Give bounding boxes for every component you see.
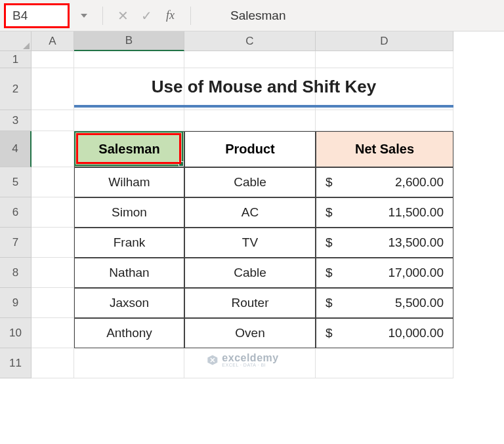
spreadsheet-grid: ABCD 1234567891011 Use of Mouse and Shif… [0,31,504,51]
column-header-B[interactable]: B [74,31,184,51]
enter-button[interactable]: ✓ [135,8,158,24]
column-header-C[interactable]: C [184,31,316,51]
column-header-A[interactable]: A [32,31,74,51]
name-box-dropdown[interactable] [74,3,94,28]
currency-symbol: $ [326,296,333,310]
cell[interactable] [32,68,74,110]
amount: 13,500.00 [388,235,444,250]
fx-label[interactable]: fx [166,9,175,22]
cell[interactable] [32,197,74,228]
row-header-1[interactable]: 1 [0,51,32,68]
row-header-7[interactable]: 7 [0,228,32,258]
currency-symbol: $ [326,326,333,340]
cell[interactable] [316,348,453,378]
cell-product[interactable]: Cable [184,167,316,197]
header-salesman[interactable]: Salesman [74,131,184,167]
cell-product[interactable]: AC [184,197,316,228]
cell-net-sales[interactable]: $11,500.00 [316,197,453,228]
cell-salesman[interactable]: Wilham [74,167,184,197]
row-header-10[interactable]: 10 [0,318,32,348]
watermark-text: exceldemy [222,352,278,363]
cell-salesman[interactable]: Nathan [74,258,184,288]
amount: 2,600.00 [395,175,444,190]
cell[interactable] [32,318,74,348]
cell[interactable] [74,110,184,131]
cell[interactable] [184,110,316,131]
formula-input-value: Salesman [230,9,286,22]
currency-symbol: $ [326,205,333,220]
name-box[interactable]: B4 [4,3,70,28]
cell[interactable] [32,131,74,167]
header-net-sales[interactable]: Net Sales [316,131,453,167]
chevron-down-icon [81,14,87,18]
cell[interactable] [32,228,74,258]
cells-area[interactable]: Use of Mouse and Shift KeySalesmanProduc… [32,51,453,378]
sheet-title[interactable]: Use of Mouse and Shift Key [74,68,453,108]
cancel-button[interactable]: ✕ [111,8,135,24]
cell[interactable] [316,110,453,131]
select-all-triangle[interactable] [0,31,32,51]
cell[interactable] [74,348,184,378]
row-header-2[interactable]: 2 [0,68,32,110]
cell-salesman[interactable]: Jaxson [74,288,184,318]
amount: 17,000.00 [388,266,444,280]
cell[interactable] [32,110,74,131]
watermark-subtext: EXCEL · DATA · BI [222,363,278,367]
separator [190,7,191,25]
row-header-8[interactable]: 8 [0,258,32,288]
cell-net-sales[interactable]: $10,000.00 [316,318,453,348]
amount: 5,500.00 [395,296,444,310]
row-headers: 1234567891011 [0,51,32,378]
header-product[interactable]: Product [184,131,316,167]
cell-salesman[interactable]: Frank [74,228,184,258]
cell[interactable] [32,51,74,68]
row-header-9[interactable]: 9 [0,288,32,318]
cell[interactable] [32,348,74,378]
cell-net-sales[interactable]: $17,000.00 [316,258,453,288]
currency-symbol: $ [326,266,333,280]
amount: 10,000.00 [388,326,444,340]
cell-salesman[interactable]: Anthony [74,318,184,348]
row-header-11[interactable]: 11 [0,348,32,378]
formula-input[interactable]: Salesman [199,9,504,23]
cell-product[interactable]: Router [184,288,316,318]
cancel-icon: ✕ [117,8,129,24]
cell-net-sales[interactable]: $5,500.00 [316,288,453,318]
row-header-6[interactable]: 6 [0,197,32,228]
name-box-value: B4 [12,9,28,23]
watermark-icon [206,354,218,366]
cell[interactable] [184,51,316,68]
formula-bar: B4 ✕ ✓ fx Salesman [0,0,504,31]
cell-salesman[interactable]: Simon [74,197,184,228]
cell-product[interactable]: TV [184,228,316,258]
check-icon: ✓ [141,8,152,24]
row-header-5[interactable]: 5 [0,167,32,197]
cell-product[interactable]: Oven [184,318,316,348]
cell-net-sales[interactable]: $2,600.00 [316,167,453,197]
cell[interactable] [32,288,74,318]
column-headers: ABCD [32,31,504,51]
cell[interactable] [32,258,74,288]
separator [102,7,103,25]
row-header-4[interactable]: 4 [0,131,32,167]
cell-product[interactable]: Cable [184,258,316,288]
currency-symbol: $ [326,175,333,190]
column-header-D[interactable]: D [316,31,453,51]
row-header-3[interactable]: 3 [0,110,32,131]
cell-net-sales[interactable]: $13,500.00 [316,228,453,258]
amount: 11,500.00 [388,205,444,220]
currency-symbol: $ [326,235,333,250]
cell[interactable] [74,51,184,68]
cell[interactable] [32,167,74,197]
watermark: exceldemy EXCEL · DATA · BI [206,352,278,367]
cell[interactable] [316,51,453,68]
